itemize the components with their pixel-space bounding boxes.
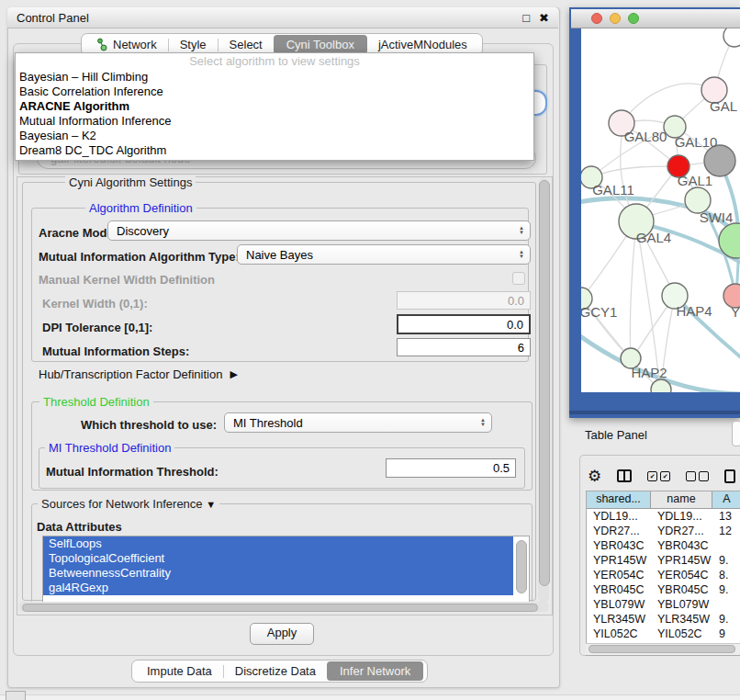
tab-cyni-toolbox[interactable]: Cyni Toolbox — [274, 35, 367, 54]
tab-infer-network[interactable]: Infer Network — [327, 661, 423, 681]
kernel-width-label: Kernel Width (0,1): — [42, 297, 148, 310]
table-row[interactable]: YBL079WYBL079W — [587, 597, 740, 612]
column-header-shared-name[interactable]: shared... — [587, 491, 651, 508]
dropdown-item-highlighted[interactable]: ARACNE Algorithm — [16, 99, 533, 114]
manual-kernel-width-label: Manual Kernel Width Definition — [39, 273, 215, 287]
table-row[interactable]: YPR145WYPR145W9. — [587, 553, 740, 568]
combobox-value: Naive Bayes — [246, 248, 519, 262]
list-item-selected[interactable]: TopologicalCoefficient — [43, 551, 513, 566]
network-node-label: GAL10 — [675, 134, 718, 150]
apply-button[interactable]: Apply — [250, 623, 314, 645]
group-title: Algorithm Definition — [85, 201, 196, 215]
table-cell: YIL052C — [651, 627, 712, 641]
table-cell: 9 — [712, 627, 740, 641]
table-row[interactable]: YER054CYER054C8. — [587, 568, 740, 582]
column-header-partial[interactable]: A — [712, 491, 740, 508]
tab-label: Network — [113, 38, 157, 51]
gear-icon[interactable]: ⚙ — [588, 469, 601, 484]
network-window-titlebar[interactable] — [571, 9, 740, 28]
table-cell: YDR27... — [587, 524, 651, 538]
control-panel-titlebar[interactable]: Control Panel □ ✖ — [7, 7, 558, 28]
table-cell — [712, 538, 740, 553]
network-node-label: SWI4 — [700, 209, 734, 225]
which-threshold-combobox[interactable]: MI Threshold ▲▼ — [224, 412, 492, 433]
dropdown-item[interactable]: Bayesian – Hill Climbing — [16, 70, 533, 85]
kernel-width-field[interactable]: 0.0 — [397, 291, 531, 310]
table-cell: YLR345W — [587, 612, 651, 627]
tab-label: Discretize Data — [235, 664, 316, 678]
minimize-traffic-light[interactable] — [610, 13, 621, 24]
network-node-label: GAL4 — [636, 230, 671, 245]
table-cell: YBR043C — [587, 538, 651, 553]
network-node[interactable] — [723, 28, 740, 47]
bottom-strip — [0, 694, 740, 700]
collapsed-panel-handle[interactable] — [6, 691, 26, 700]
table-header-row: shared... name A — [587, 491, 740, 509]
tab-select[interactable]: Select — [219, 36, 274, 53]
manual-kernel-width-checkbox[interactable] — [512, 272, 525, 285]
tab-network[interactable]: Network — [85, 36, 168, 53]
aracne-mode-combobox[interactable]: Discovery ▲▼ — [107, 220, 531, 241]
network-canvas[interactable]: GALGAL80GAL10GAL1GAL11SWI4GAL4GCY1HAP4YH… — [581, 28, 740, 392]
mi-steps-field[interactable]: 6 — [397, 338, 531, 356]
combobox-arrows-icon: ▲▼ — [480, 418, 486, 427]
mi-threshold-field[interactable]: 0.5 — [386, 458, 516, 478]
dpi-tolerance-label: DPI Tolerance [0,1]: — [42, 321, 152, 334]
group-title: Sources for Network Inference ▼ — [38, 497, 219, 511]
select-all-columns-icon[interactable]: ✔✔ — [647, 471, 670, 481]
columns-icon[interactable] — [617, 469, 632, 482]
dropdown-item[interactable]: Dream8 DC_TDC Algorithm — [16, 143, 533, 158]
deselect-all-columns-icon[interactable] — [686, 471, 709, 481]
dropdown-item[interactable]: Basic Correlation Inference — [16, 85, 533, 99]
expand-right-icon[interactable]: ▶ — [230, 368, 237, 380]
table-row[interactable]: YBR045CYBR045C9. — [587, 582, 740, 597]
tab-style[interactable]: Style — [169, 36, 218, 53]
table-horizontal-scrollbar-thumb[interactable] — [589, 645, 735, 653]
list-item-selected[interactable]: BetweennessCentrality — [43, 566, 513, 581]
table-row[interactable]: YDR27...YDR27...12 — [587, 524, 740, 538]
table-cell: YDL19... — [651, 509, 712, 524]
tab-label: Impute Data — [147, 664, 212, 678]
network-edge[interactable] — [591, 166, 677, 177]
float-window-icon[interactable]: □ — [522, 12, 530, 24]
zoom-traffic-light[interactable] — [628, 13, 639, 24]
sources-title: Sources for Network Inference — [41, 497, 203, 511]
list-scrollbar-thumb[interactable] — [516, 540, 527, 593]
network-node-label: Y — [731, 304, 740, 320]
column-header-name[interactable]: name — [651, 491, 712, 508]
tab-impute-data[interactable]: Impute Data — [136, 662, 223, 680]
dpi-tolerance-field[interactable]: 0.0 — [397, 314, 531, 334]
close-window-icon[interactable]: ✖ — [539, 12, 549, 24]
close-traffic-light[interactable] — [591, 13, 602, 24]
table-row[interactable]: YBR043CYBR043C — [587, 538, 740, 553]
table-row[interactable]: YDL19...YDL19...13 — [587, 509, 740, 524]
table-cell: YLR345W — [651, 612, 712, 627]
table-cell: YBR045C — [587, 582, 651, 597]
document-icon[interactable] — [724, 469, 735, 483]
table-body: YDL19...YDL19...13YDR27...YDR27...12YBR0… — [587, 509, 740, 641]
table-panel-scrollbar-thumb[interactable] — [732, 421, 740, 446]
table-cell: YDL19... — [587, 509, 651, 524]
table-cell: YBL079W — [651, 597, 712, 612]
settings-vertical-scrollbar-thumb[interactable] — [539, 180, 550, 586]
settings-horizontal-scrollbar-thumb[interactable] — [22, 604, 538, 612]
list-item-selected[interactable]: SelfLoops — [43, 536, 513, 551]
table-cell: YBL079W — [587, 597, 651, 612]
collapse-down-icon[interactable]: ▼ — [206, 499, 216, 510]
dropdown-item[interactable]: Mutual Information Inference — [16, 114, 533, 129]
hub-transcription-factor-section[interactable]: Hub/Transcription Factor Definition ▶ — [39, 367, 238, 381]
dropdown-item[interactable]: Bayesian – K2 — [16, 129, 533, 143]
table-cell: 9. — [712, 612, 740, 627]
combobox-arrows-icon: ▲▼ — [519, 250, 524, 259]
tab-discretize-data[interactable]: Discretize Data — [224, 662, 327, 680]
network-node-label: GAL — [710, 98, 737, 114]
network-node[interactable] — [704, 145, 735, 176]
mi-algorithm-type-combobox[interactable]: Naive Bayes ▲▼ — [237, 244, 531, 265]
tab-jactivemnodules[interactable]: jActiveMNodules — [367, 36, 478, 53]
list-item-selected[interactable]: gal4RGexp — [43, 581, 513, 595]
table-row[interactable]: YLR345WYLR345W9. — [587, 612, 740, 627]
table-row[interactable]: YIL052CYIL052C9 — [587, 627, 740, 641]
table-panel-titlebar[interactable]: Table Panel — [574, 421, 740, 448]
aracne-mode-label: Aracne Mode: — [39, 226, 118, 240]
which-threshold-label: Which threshold to use: — [81, 418, 217, 432]
